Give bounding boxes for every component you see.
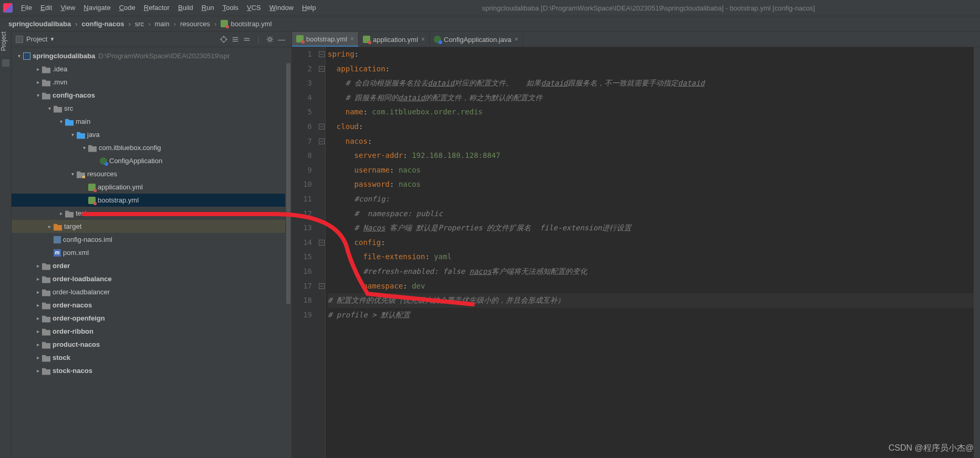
scrollbar-thumb[interactable] — [286, 63, 290, 304]
chevron-icon[interactable] — [34, 276, 42, 282]
fold-marker[interactable]: − — [319, 139, 325, 144]
fold-marker[interactable]: − — [319, 51, 325, 57]
breadcrumb-4[interactable]: resources — [180, 20, 221, 28]
tree-root-path: D:\ProgramWorkSpace\IDEA\20230519\spr — [98, 52, 230, 60]
tree-item-application-yml[interactable]: application.yml — [12, 180, 291, 194]
fold-marker[interactable]: − — [319, 283, 325, 289]
breadcrumb-3[interactable]: main — [154, 20, 180, 28]
code-editor[interactable]: spring: application: # 会自动根据服务名拉去dataid对… — [326, 47, 980, 458]
chevron-icon[interactable] — [34, 79, 42, 85]
breadcrumb-0[interactable]: springcloudalibaba — [8, 20, 82, 28]
tree-item-src[interactable]: src — [12, 102, 291, 115]
tab-configapplication-java[interactable]: ConfigApplication.java× — [430, 32, 523, 47]
tree-item-order-openfeign[interactable]: order-openfeign — [12, 312, 291, 325]
tree-item-pom-xml[interactable]: mpom.xml — [12, 246, 291, 259]
chevron-icon[interactable] — [34, 355, 42, 360]
tree-item-test[interactable]: test — [12, 207, 291, 220]
tree-item-target[interactable]: target — [12, 220, 291, 233]
chevron-icon[interactable] — [34, 368, 42, 374]
menu-build[interactable]: Build — [174, 0, 197, 16]
hide-panel-icon[interactable]: — — [276, 34, 287, 45]
chevron-icon[interactable] — [57, 119, 65, 124]
breadcrumb-1[interactable]: config-nacos — [82, 20, 135, 28]
close-icon[interactable]: × — [350, 35, 354, 42]
fold-marker[interactable]: − — [319, 66, 325, 72]
tree-item-main[interactable]: main — [12, 115, 291, 128]
menu-vcs[interactable]: VCS — [243, 0, 265, 16]
structure-tool-tab[interactable] — [2, 59, 9, 67]
chevron-icon[interactable] — [34, 66, 42, 72]
tree-item-stock[interactable]: stock — [12, 351, 291, 364]
app-icon — [3, 3, 13, 13]
project-panel: Project ▼ | — springcloudalibaba D:\Prog… — [12, 31, 292, 458]
tree-item-java[interactable]: java — [12, 128, 291, 141]
tree-item-bootstrap-yml[interactable]: bootstrap.yml — [12, 194, 291, 207]
tree-root-label: springcloudalibaba — [33, 52, 95, 60]
menu-navigate[interactable]: Navigate — [79, 0, 114, 16]
project-tree[interactable]: springcloudalibaba D:\ProgramWorkSpace\I… — [12, 47, 291, 458]
tree-root[interactable]: springcloudalibaba D:\ProgramWorkSpace\I… — [12, 49, 291, 62]
chevron-icon[interactable] — [45, 105, 54, 111]
menu-code[interactable]: Code — [115, 0, 140, 16]
menu-help[interactable]: Help — [298, 0, 320, 16]
tree-item--idea[interactable]: .idea — [12, 62, 291, 76]
menu-window[interactable]: Window — [265, 0, 298, 16]
tree-item-config-nacos-iml[interactable]: config-nacos.iml — [12, 233, 291, 246]
menu-refactor[interactable]: Refactor — [140, 0, 174, 16]
expand-all-icon[interactable] — [230, 34, 241, 45]
settings-gear-icon[interactable] — [264, 34, 276, 45]
tree-item-order-loadbalance[interactable]: order-loadbalance — [12, 272, 291, 285]
svg-point-0 — [222, 37, 226, 41]
breadcrumb-5[interactable]: bootstrap.yml — [221, 20, 272, 28]
fold-bar: −−−−−− — [318, 47, 326, 458]
chevron-icon[interactable] — [34, 92, 42, 98]
chevron-icon[interactable] — [68, 171, 77, 177]
close-icon[interactable]: × — [421, 36, 425, 43]
tree-item-com-itbluebox-config[interactable]: com.itbluebox.config — [12, 141, 291, 154]
project-view-dropdown-icon[interactable]: ▼ — [49, 36, 55, 42]
chevron-down-icon[interactable] — [15, 53, 23, 59]
tab-application-yml[interactable]: application.yml× — [359, 32, 430, 47]
gutter: 12345678910111213141516171819 — [292, 47, 318, 458]
tree-item-order[interactable]: order — [12, 259, 291, 272]
menu-view[interactable]: View — [56, 0, 79, 16]
menu-run[interactable]: Run — [197, 0, 218, 16]
locate-icon[interactable] — [218, 34, 230, 45]
menu-tools[interactable]: Tools — [218, 0, 243, 16]
tree-item-order-loadbalancer[interactable]: order-loadbalancer — [12, 285, 291, 299]
fold-marker[interactable]: − — [319, 124, 325, 130]
tree-item-order-nacos[interactable]: order-nacos — [12, 299, 291, 312]
tree-item-product-nacos[interactable]: product-nacos — [12, 338, 291, 351]
project-view-icon — [16, 36, 23, 43]
chevron-icon[interactable] — [34, 302, 42, 308]
chevron-icon[interactable] — [34, 328, 42, 334]
menu-edit[interactable]: Edit — [36, 0, 56, 16]
breadcrumb-2[interactable]: src — [135, 20, 155, 28]
chevron-icon[interactable] — [57, 210, 65, 216]
tab-bootstrap-yml[interactable]: bootstrap.yml× — [292, 32, 359, 47]
module-icon — [23, 52, 30, 60]
editor-tab-bar: bootstrap.yml×application.yml×ConfigAppl… — [292, 31, 980, 47]
tree-item-resources[interactable]: resources — [12, 167, 291, 180]
svg-point-10 — [268, 38, 271, 40]
tree-item--mvn[interactable]: .mvn — [12, 76, 291, 89]
menu-file[interactable]: File — [17, 0, 36, 16]
tree-item-order-ribbon[interactable]: order-ribbon — [12, 325, 291, 338]
chevron-icon[interactable] — [68, 132, 77, 137]
fold-marker[interactable]: − — [319, 240, 325, 246]
window-title: springcloudalibaba [D:\ProgramWorkSpace\… — [320, 4, 977, 12]
chevron-icon[interactable] — [34, 342, 42, 347]
chevron-icon[interactable] — [34, 289, 42, 295]
tree-item-config-nacos[interactable]: config-nacos — [12, 89, 291, 102]
close-icon[interactable]: × — [515, 36, 518, 43]
tree-item-stock-nacos[interactable]: stock-nacos — [12, 364, 291, 377]
project-tool-tab[interactable]: Project — [0, 31, 7, 57]
tree-item-configapplication[interactable]: ConfigApplication — [12, 154, 291, 167]
chevron-icon[interactable] — [80, 145, 88, 151]
collapse-all-icon[interactable] — [241, 34, 253, 45]
project-panel-title: Project — [26, 35, 47, 43]
chevron-icon[interactable] — [34, 263, 42, 269]
chevron-icon[interactable] — [45, 223, 54, 229]
chevron-icon[interactable] — [34, 315, 42, 321]
divider: | — [253, 34, 264, 45]
